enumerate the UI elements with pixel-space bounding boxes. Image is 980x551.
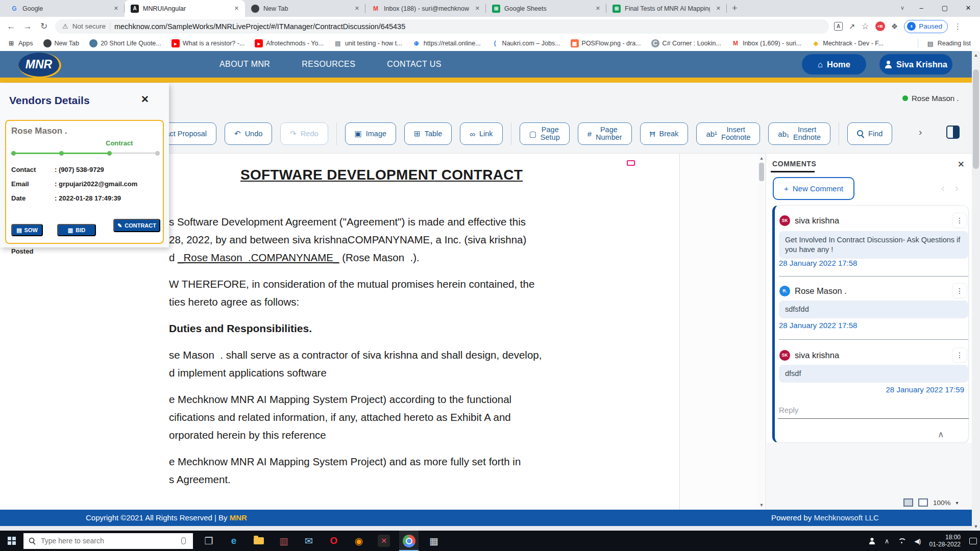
- calculator-icon[interactable]: ▦: [427, 534, 440, 547]
- nav-link-about-mnr[interactable]: ABOUT MNR: [219, 60, 270, 69]
- page-scrollbar[interactable]: ▲ ▼: [972, 51, 980, 531]
- puzzle-extensions-icon[interactable]: ❖: [891, 22, 898, 31]
- nav-link-contact-us[interactable]: CONTACT US: [387, 60, 442, 69]
- zoom-caret-icon[interactable]: ▾: [956, 500, 959, 506]
- forward-icon[interactable]: →: [19, 21, 36, 32]
- browser-tab[interactable]: ⊞Final Tests of MNR AI Mapping S✕: [606, 0, 727, 17]
- comment-menu-icon[interactable]: ⋮: [952, 213, 967, 228]
- scroll-down-icon[interactable]: ▼: [972, 524, 980, 529]
- find-button[interactable]: Find: [847, 122, 892, 145]
- bookmark-item[interactable]: ▤unit testing - how t...: [334, 39, 402, 47]
- microphone-icon[interactable]: [181, 537, 186, 544]
- edge-icon[interactable]: e: [227, 534, 240, 547]
- user-button[interactable]: Siva Krishna: [879, 54, 952, 74]
- bookmark-item[interactable]: New Tab: [43, 39, 79, 47]
- bookmark-item[interactable]: ◆Mechtrack - Dev - F...: [812, 39, 884, 47]
- web-layout-icon[interactable]: [918, 498, 928, 507]
- store-icon[interactable]: ▥: [277, 534, 290, 547]
- taskbar-clock[interactable]: 18:00 01-28-2022: [929, 534, 961, 548]
- close-button[interactable]: ✕: [957, 4, 980, 12]
- reply-input[interactable]: [778, 404, 969, 419]
- document-page[interactable]: SOFTWARE DEVELOPMENT CONTRACT s Software…: [167, 154, 680, 510]
- bookmark-item[interactable]: MInbox (1,609) - suri...: [731, 39, 801, 47]
- tab-close-icon[interactable]: ✕: [232, 4, 241, 13]
- browser-tab[interactable]: MInbox (188) - suri@mechknowsof✕: [365, 0, 486, 17]
- collapse-chevron-icon[interactable]: ∧: [938, 429, 944, 440]
- browser-tab[interactable]: New Tab✕: [245, 0, 365, 17]
- scroll-down-icon[interactable]: ▼: [758, 503, 765, 508]
- bid-button[interactable]: ▥BID: [57, 224, 96, 236]
- bookmark-item[interactable]: ▸Afrotechmods - Yo...: [255, 39, 324, 47]
- url-text[interactable]: mechknow.com/SampleWorks/MNRLiveProject/…: [114, 22, 405, 31]
- table-button[interactable]: ⊞Table: [404, 122, 452, 145]
- document-scrollbar[interactable]: ▲ ▼: [757, 154, 766, 510]
- print-layout-icon[interactable]: [903, 498, 913, 507]
- mnr-logo[interactable]: MNR: [18, 53, 61, 78]
- taskbar-search[interactable]: [23, 533, 193, 549]
- security-label[interactable]: Not secure: [72, 22, 106, 30]
- footer-brand-link[interactable]: MNR: [230, 513, 247, 522]
- bookmark-item[interactable]: CC# Corner : Lookin...: [651, 39, 721, 47]
- popup-close-icon[interactable]: ✕: [141, 93, 149, 105]
- translate-icon[interactable]: A: [834, 22, 843, 31]
- chrome-icon[interactable]: [402, 534, 415, 547]
- bookmark-item[interactable]: ▸What is a resistor? -...: [172, 39, 245, 47]
- bookmark-star-icon[interactable]: ☆: [862, 21, 869, 32]
- powered-brand-link[interactable]: Mechknowsoft LLC: [814, 513, 879, 522]
- undo-button[interactable]: ↶Undo: [225, 122, 272, 145]
- share-icon[interactable]: ↗: [849, 22, 855, 31]
- scrollbar-thumb[interactable]: [759, 163, 764, 181]
- tray-chevron-up-icon[interactable]: ∧: [885, 537, 890, 545]
- tab-close-icon[interactable]: ✕: [112, 4, 120, 13]
- extension-badge-icon[interactable]: <B: [875, 21, 885, 31]
- tab-close-icon[interactable]: ✕: [353, 4, 361, 13]
- reload-icon[interactable]: ↻: [36, 21, 52, 32]
- firefox-icon[interactable]: ◉: [352, 534, 365, 547]
- page-number-button[interactable]: #PageNumber: [578, 122, 632, 145]
- link-button[interactable]: ∞Link: [460, 122, 502, 145]
- opera-icon[interactable]: O: [327, 534, 340, 547]
- toolbar-overflow-chevron-icon[interactable]: ›: [919, 127, 922, 138]
- browser-tab[interactable]: ⊞Google Sheets✕: [486, 0, 606, 17]
- new-tab-button[interactable]: +: [732, 3, 738, 14]
- back-icon[interactable]: ←: [3, 21, 19, 32]
- task-view-icon[interactable]: ❒: [202, 534, 215, 547]
- tab-close-icon[interactable]: ✕: [714, 4, 723, 13]
- search-input[interactable]: [41, 537, 176, 545]
- start-button[interactable]: [0, 531, 23, 551]
- zoom-level[interactable]: 100%: [933, 499, 951, 507]
- scrollbar-thumb[interactable]: [973, 69, 979, 169]
- contract-button[interactable]: ✎CONTRACT: [113, 219, 160, 232]
- comment-menu-icon[interactable]: ⋮: [952, 347, 967, 363]
- people-icon[interactable]: [869, 538, 875, 544]
- tab-close-icon[interactable]: ✕: [473, 4, 482, 13]
- page-setup-button[interactable]: ▢PageSetup: [520, 122, 570, 145]
- new-comment-button[interactable]: + New Comment: [773, 177, 854, 200]
- adobe-icon[interactable]: ✕: [377, 534, 390, 547]
- volume-icon[interactable]: ◀): [914, 537, 920, 545]
- chevron-down-icon[interactable]: ∨: [895, 5, 910, 11]
- comment-menu-icon[interactable]: ⋮: [952, 283, 967, 298]
- bookmark-item[interactable]: ⟨Naukri.com – Jobs...: [491, 39, 560, 47]
- insert-footnote-button[interactable]: ab¹InsertFootnote: [696, 122, 760, 145]
- browser-tab[interactable]: AMNRUIAngular✕: [125, 0, 245, 17]
- bookmark-item[interactable]: 20 Short Life Quote...: [89, 39, 161, 47]
- browser-tab[interactable]: GGoogle✕: [4, 0, 125, 17]
- mail-icon[interactable]: ✉: [302, 534, 315, 547]
- nav-link-resources[interactable]: RESOURCES: [302, 60, 355, 69]
- comments-panel-toggle-icon[interactable]: [946, 126, 960, 139]
- comment-marker-icon[interactable]: [627, 160, 635, 166]
- comments-close-icon[interactable]: ✕: [958, 159, 965, 170]
- notification-center-icon[interactable]: [969, 538, 977, 544]
- wifi-icon[interactable]: [898, 538, 905, 544]
- bookmark-item[interactable]: ⊕https://retail.online...: [412, 39, 481, 47]
- prev-comment-icon[interactable]: ‹: [941, 182, 945, 194]
- browser-menu-icon[interactable]: ⋮: [954, 22, 962, 31]
- tab-close-icon[interactable]: ✕: [594, 4, 602, 13]
- break-button[interactable]: ĦBreak: [640, 122, 689, 145]
- maximize-button[interactable]: ▢: [933, 4, 957, 12]
- url-omnibox[interactable]: ⚠ Not secure mechknow.com/SampleWorks/MN…: [55, 19, 829, 34]
- minimize-button[interactable]: –: [910, 4, 933, 12]
- sow-button[interactable]: ▤SOW: [11, 224, 43, 236]
- next-comment-icon[interactable]: ›: [955, 182, 959, 194]
